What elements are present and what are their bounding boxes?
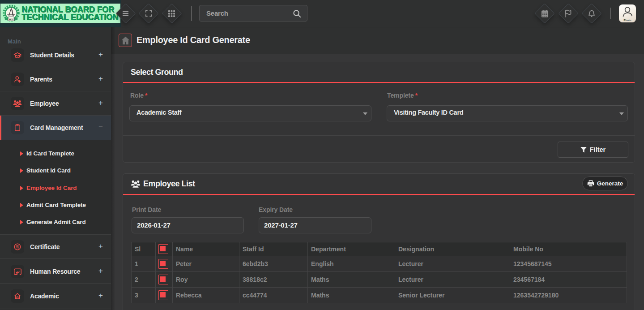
svg-text:NBTE: NBTE [9, 19, 14, 21]
